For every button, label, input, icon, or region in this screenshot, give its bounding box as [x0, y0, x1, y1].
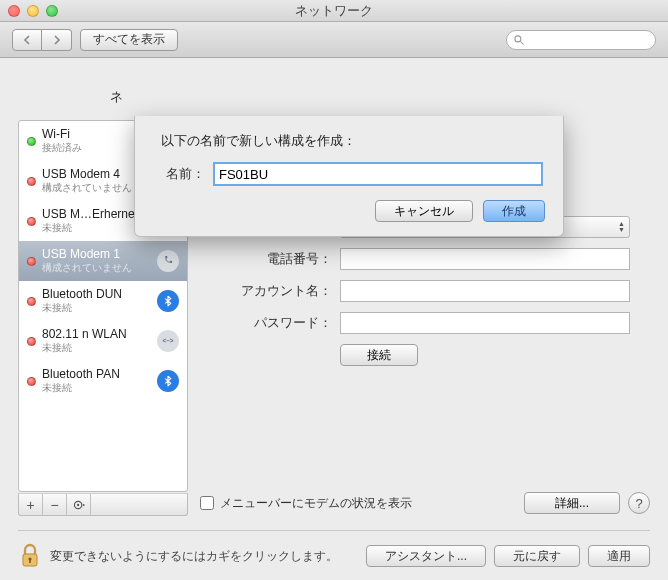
service-list-footer: + − [18, 493, 188, 516]
new-config-sheet: 以下の名前で新しい構成を作成： 名前： キャンセル 作成 [134, 116, 564, 237]
sidebar-item-usb-modem-1[interactable]: USB Modem 1構成されていません [19, 241, 187, 281]
select-arrows-icon: ▲▼ [618, 221, 625, 233]
close-window-button[interactable] [8, 5, 20, 17]
svg-point-0 [515, 35, 521, 41]
sidebar-item-status: 未接続 [42, 381, 151, 395]
sidebar-item-name: 802.11 n WLAN [42, 327, 151, 341]
phone-icon [157, 250, 179, 272]
account-row: アカウント名： [200, 280, 650, 302]
phone-row: 電話番号： [200, 248, 650, 270]
chevron-right-icon [52, 35, 62, 45]
sheet-cancel-button[interactable]: キャンセル [375, 200, 473, 222]
search-icon [513, 34, 525, 46]
status-dot [27, 297, 36, 306]
sidebar-item-name: Bluetooth DUN [42, 287, 151, 301]
sheet-name-input[interactable] [213, 162, 543, 186]
service-action-menu[interactable] [67, 494, 91, 515]
status-dot [27, 217, 36, 226]
status-dot [27, 177, 36, 186]
divider [18, 530, 650, 531]
svg-line-1 [521, 41, 524, 44]
revert-button[interactable]: 元に戻す [494, 545, 580, 567]
sidebar-item-status: 未接続 [42, 341, 151, 355]
sheet-name-label: 名前： [153, 165, 213, 183]
password-input[interactable] [340, 312, 630, 334]
status-dot [27, 337, 36, 346]
svg-rect-9 [29, 559, 31, 563]
minimize-window-button[interactable] [27, 5, 39, 17]
sheet-prompt: 以下の名前で新しい構成を作成： [161, 132, 545, 150]
bluetooth-icon [157, 370, 179, 392]
svg-text:<··>: <··> [163, 337, 174, 344]
lower-row: メニューバーにモデムの状況を表示 詳細... ? [200, 492, 650, 514]
traffic-lights [8, 5, 58, 17]
location-label: ネ [110, 88, 123, 106]
account-label: アカウント名： [200, 282, 340, 300]
forward-button[interactable] [42, 29, 72, 51]
sidebar-item-status: 未接続 [42, 301, 151, 315]
help-button[interactable]: ? [628, 492, 650, 514]
sidebar-item-text: 802.11 n WLAN未接続 [42, 327, 151, 355]
svg-point-6 [76, 503, 78, 505]
search-field[interactable] [506, 30, 656, 50]
show-all-button[interactable]: すべてを表示 [80, 29, 178, 51]
phone-label: 電話番号： [200, 250, 340, 268]
password-row: パスワード： [200, 312, 650, 334]
account-input[interactable] [340, 280, 630, 302]
menubar-status-checkbox-input[interactable] [200, 496, 214, 510]
connect-row: 接続 [200, 344, 650, 366]
sidebar-item-name: USB Modem 1 [42, 247, 151, 261]
status-dot [27, 257, 36, 266]
content-area: ネ Wi-Fi接続済みUSB Modem 4構成されていませんUSB M…Erh… [0, 58, 668, 88]
apply-button[interactable]: 適用 [588, 545, 650, 567]
ethernet-icon: <··> [157, 330, 179, 352]
menubar-status-label: メニューバーにモデムの状況を表示 [220, 495, 412, 512]
sidebar-item-status: 構成されていません [42, 261, 151, 275]
nav-segment [12, 29, 72, 51]
connect-button[interactable]: 接続 [340, 344, 418, 366]
sidebar-item-bluetooth-dun[interactable]: Bluetooth DUN未接続 [19, 281, 187, 321]
details-button[interactable]: 詳細... [524, 492, 620, 514]
toolbar: すべてを表示 [0, 22, 668, 58]
lock-icon [18, 542, 42, 570]
remove-service-button[interactable]: − [43, 494, 67, 515]
sidebar-item-name: Bluetooth PAN [42, 367, 151, 381]
assistant-button[interactable]: アシスタント... [366, 545, 486, 567]
lock-text: 変更できないようにするにはカギをクリックします。 [50, 548, 338, 565]
sidebar-item-bluetooth-pan[interactable]: Bluetooth PAN未接続 [19, 361, 187, 401]
lock-area[interactable]: 変更できないようにするにはカギをクリックします。 [18, 542, 338, 570]
sidebar-item-802-11-n-wlan[interactable]: 802.11 n WLAN未接続<··> [19, 321, 187, 361]
sidebar-item-text: Bluetooth DUN未接続 [42, 287, 151, 315]
password-label: パスワード： [200, 314, 340, 332]
add-service-button[interactable]: + [19, 494, 43, 515]
status-dot [27, 137, 36, 146]
window-title: ネットワーク [295, 2, 373, 20]
phone-input[interactable] [340, 248, 630, 270]
bottom-bar: 変更できないようにするにはカギをクリックします。 アシスタント... 元に戻す … [18, 542, 650, 570]
title-bar: ネットワーク [0, 0, 668, 22]
status-dot [27, 377, 36, 386]
zoom-window-button[interactable] [46, 5, 58, 17]
gear-icon [72, 498, 86, 512]
chevron-left-icon [22, 35, 32, 45]
sheet-create-button[interactable]: 作成 [483, 200, 545, 222]
bluetooth-icon [157, 290, 179, 312]
sheet-button-row: キャンセル 作成 [153, 200, 545, 222]
back-button[interactable] [12, 29, 42, 51]
sidebar-item-text: Bluetooth PAN未接続 [42, 367, 151, 395]
menubar-status-checkbox[interactable]: メニューバーにモデムの状況を表示 [200, 495, 412, 512]
sidebar-item-text: USB Modem 1構成されていません [42, 247, 151, 275]
sheet-name-row: 名前： [153, 162, 545, 186]
